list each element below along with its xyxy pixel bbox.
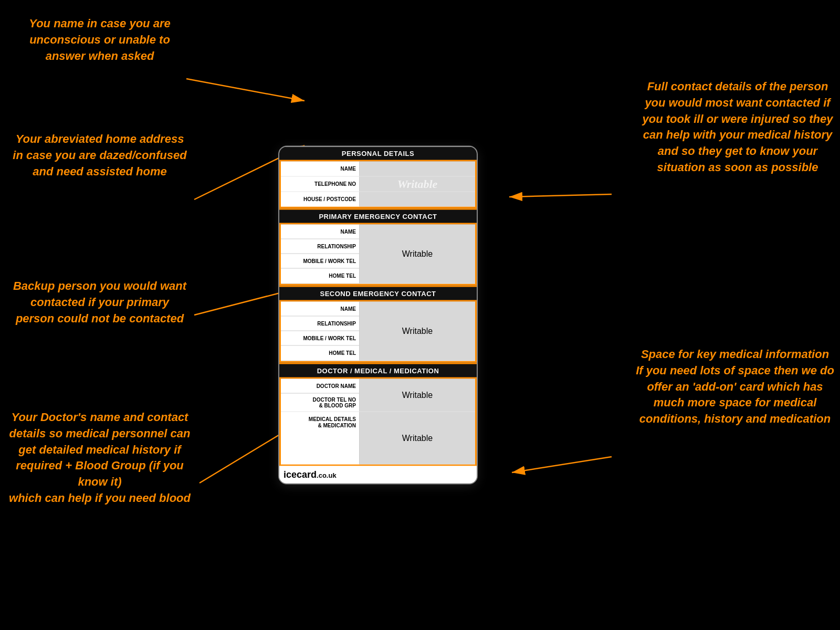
primary-emergency-header: PRIMARY EMERGENCY CONTACT — [279, 208, 477, 225]
medical-details-label-col: MEDICAL DETAILS& MEDICATION — [281, 412, 360, 465]
primary-relationship-label: RELATIONSHIP — [281, 239, 359, 254]
doctor-name-label: DOCTOR NAME — [281, 379, 359, 394]
annotation-bottom-right-extra: If you need lots of space then we do off… — [636, 364, 834, 425]
personal-details-section: NAME TELEPHONE NO Writable HOUSE / POSTC… — [279, 162, 477, 208]
telephone-row: TELEPHONE NO Writable — [281, 177, 475, 192]
postcode-row: HOUSE / POSTCODE — [281, 192, 475, 207]
annotation-lower-left: Backup person you would want contacted i… — [10, 278, 189, 327]
second-emergency-section: NAME RELATIONSHIP MOBILE / WORK TEL HOME… — [279, 302, 477, 363]
name-value[interactable] — [360, 162, 475, 176]
telephone-value[interactable]: Writable — [360, 177, 475, 192]
second-value[interactable]: Writable — [360, 302, 475, 361]
primary-value[interactable]: Writable — [360, 225, 475, 284]
brand-domain: .co.uk — [317, 471, 337, 479]
primary-emergency-section: NAME RELATIONSHIP MOBILE / WORK TEL HOME… — [279, 225, 477, 286]
writable-label-telephone: Writable — [397, 177, 438, 191]
annotation-bottom-left-extra: which can help if you need blood — [9, 491, 191, 505]
annotation-bottom-right: Space for key medical information If you… — [635, 346, 835, 427]
medical-section: DOCTOR NAME DOCTOR TEL NO& BLOOD GRP Wri… — [279, 379, 477, 466]
annotation-bottom-right-main: Space for key medical information — [641, 348, 829, 361]
brand-ice: icecard — [284, 469, 317, 480]
primary-hometel-label: HOME TEL — [281, 269, 359, 284]
svg-line-1 — [186, 79, 304, 101]
card-footer: icecard.co.uk — [279, 466, 477, 484]
primary-name-label: NAME — [281, 225, 359, 239]
writable-label-second: Writable — [402, 327, 433, 336]
telephone-label: TELEPHONE NO — [281, 177, 360, 192]
name-label: NAME — [281, 162, 360, 176]
annotation-mid-left: Your abreviated home address in case you… — [10, 131, 189, 180]
annotation-top-left: You name in case you are unconscious or … — [16, 16, 184, 64]
second-relationship-label: RELATIONSHIP — [281, 317, 359, 331]
second-emergency-header: SECOND EMERGENCY CONTACT — [279, 286, 477, 302]
svg-line-5 — [509, 194, 612, 197]
medical-header: DOCTOR / MEDICAL / MEDICATION — [279, 363, 477, 379]
name-row: NAME — [281, 162, 475, 177]
doctor-labels: DOCTOR NAME DOCTOR TEL NO& BLOOD GRP — [281, 379, 360, 412]
personal-details-header: PERSONAL DETAILS — [279, 147, 477, 162]
writable-label-primary: Writable — [402, 249, 433, 259]
medical-details-fields: MEDICAL DETAILS& MEDICATION Writable — [281, 412, 475, 465]
postcode-value[interactable] — [360, 192, 475, 207]
medical-details-label: MEDICAL DETAILS& MEDICATION — [281, 412, 359, 465]
second-hometel-label: HOME TEL — [281, 346, 359, 361]
second-labels: NAME RELATIONSHIP MOBILE / WORK TEL HOME… — [281, 302, 360, 361]
card-wrapper: PERSONAL DETAILS NAME TELEPHONE NO Writa… — [278, 146, 478, 485]
ice-card: PERSONAL DETAILS NAME TELEPHONE NO Writa… — [278, 146, 478, 485]
second-contact-fields: NAME RELATIONSHIP MOBILE / WORK TEL HOME… — [281, 302, 475, 361]
second-name-label: NAME — [281, 302, 359, 317]
second-mobile-label: MOBILE / WORK TEL — [281, 331, 359, 346]
svg-line-6 — [512, 457, 612, 472]
postcode-label: HOUSE / POSTCODE — [281, 192, 360, 207]
primary-contact-fields: NAME RELATIONSHIP MOBILE / WORK TEL HOME… — [281, 225, 475, 284]
primary-mobile-label: MOBILE / WORK TEL — [281, 254, 359, 269]
writable-label-medical: Writable — [402, 434, 433, 443]
annotation-top-right: Full contact details of the person you w… — [640, 79, 835, 176]
doctor-value[interactable]: Writable — [360, 379, 475, 412]
writable-label-doctor: Writable — [402, 391, 433, 400]
medical-details-value[interactable]: Writable — [360, 412, 475, 465]
doctor-tel-label: DOCTOR TEL NO& BLOOD GRP — [281, 394, 359, 412]
brand-name: icecard.co.uk — [284, 469, 337, 480]
primary-labels: NAME RELATIONSHIP MOBILE / WORK TEL HOME… — [281, 225, 360, 284]
annotation-bottom-left: Your Doctor's name and contact details s… — [5, 410, 194, 507]
doctor-fields: DOCTOR NAME DOCTOR TEL NO& BLOOD GRP Wri… — [281, 379, 475, 412]
